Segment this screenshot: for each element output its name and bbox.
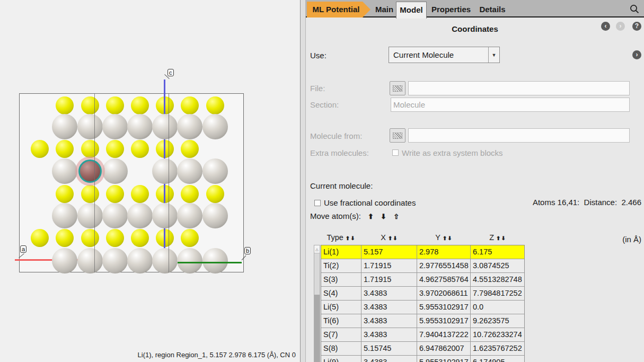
yellow-atom[interactable] [106,140,124,158]
gray-atom[interactable] [177,203,202,228]
table-row[interactable]: Li(9)3.43835.95531029176.174905 [321,356,524,362]
scroll-up-icon[interactable]: △ [314,245,320,253]
scrollbar-thumb[interactable] [314,295,320,362]
sort-arrows-icon[interactable]: ⬆⬇ [443,235,453,241]
sort-arrows-icon[interactable]: ⬆⬇ [496,235,506,241]
move-top-icon[interactable]: ⇧ [393,213,399,220]
table-row[interactable]: S(7)3.43837.940413722210.726233274 [321,328,524,342]
yellow-atom[interactable] [181,229,199,247]
gray-atom[interactable] [52,248,77,273]
tab-properties[interactable]: Properties [428,2,474,17]
move-up-icon[interactable]: ⬆ [368,213,374,220]
tab-model[interactable]: Model [396,2,427,19]
use-dropdown[interactable]: Current Molecule ▼ [389,47,500,63]
table-row[interactable]: Ti(2)1.719152.97765514583.0874525 [321,259,524,273]
cell-z[interactable]: 10.726233274 [471,328,524,342]
table-row[interactable]: S(3)1.719154.96275857644.5513282748 [321,273,524,287]
molecule-from-field[interactable] [408,128,630,143]
gray-atom[interactable] [77,248,103,273]
table-row[interactable]: S(8)5.157456.9478620071.6235767252 [321,342,524,356]
search-icon[interactable] [629,4,640,14]
yellow-atom[interactable] [56,96,74,114]
gray-atom[interactable] [127,203,153,228]
cell-y[interactable]: 5.9553102917 [417,314,471,328]
gray-atom[interactable] [52,203,77,228]
tab-ml-potential[interactable]: ML Potential [307,2,370,17]
cell-y[interactable]: 5.9553102917 [417,301,471,314]
section-field[interactable]: Molecule [391,98,630,112]
cell-z[interactable]: 0.0 [471,301,524,314]
table-scrollbar[interactable]: △ [314,245,320,362]
move-down-icon[interactable]: ⬇ [381,213,386,220]
yellow-atom[interactable] [131,185,149,203]
yellow-atom[interactable] [181,140,199,158]
cell-y[interactable]: 5.9553102917 [417,356,471,362]
yellow-atom[interactable] [81,96,99,114]
gray-atom[interactable] [202,203,228,228]
cell-z[interactable]: 6.175 [471,245,524,259]
yellow-atom[interactable] [131,96,149,114]
table-row[interactable]: S(4)3.43833.97020686117.7984817252 [321,287,524,301]
yellow-atom[interactable] [106,185,124,203]
cell-z[interactable]: 4.5513282748 [471,273,524,287]
yellow-atom[interactable] [56,140,74,158]
cell-type[interactable]: Ti(6) [321,314,361,328]
cell-type[interactable]: S(4) [321,287,361,301]
cell-type[interactable]: S(3) [321,273,361,287]
gray-atom[interactable] [77,114,103,139]
molecule-from-browse-button[interactable] [390,128,405,143]
yellow-atom[interactable] [56,229,74,247]
cell-x[interactable]: 3.4383 [361,314,417,328]
gray-atom[interactable] [177,158,202,184]
gray-atom[interactable] [102,114,128,139]
yellow-atom[interactable] [81,185,99,203]
column-header[interactable]: Z⬆⬇ [471,233,525,242]
yellow-atom[interactable] [31,229,49,247]
cell-x[interactable]: 3.4383 [361,301,417,314]
yellow-atom[interactable] [106,229,124,247]
gray-atom[interactable] [152,203,178,228]
viewport-panel-splitter[interactable] [300,0,306,362]
yellow-atom[interactable] [106,96,124,114]
gray-atom[interactable] [52,158,77,184]
column-header[interactable]: Type⬆⬇ [321,233,361,242]
gray-atom[interactable] [152,158,178,184]
cell-x[interactable]: 3.4383 [361,356,417,362]
column-header[interactable]: Y⬆⬇ [417,233,471,242]
cell-x[interactable]: 1.71915 [361,273,417,287]
cell-type[interactable]: Ti(2) [321,259,361,273]
cell-y[interactable]: 3.9702068611 [417,287,471,301]
cell-z[interactable]: 1.6235767252 [471,342,524,356]
cell-z[interactable]: 6.174905 [471,356,524,362]
yellow-atom[interactable] [206,96,224,114]
cell-type[interactable]: Li(5) [321,301,361,314]
tab-main[interactable]: Main [370,2,398,17]
cell-type[interactable]: Li(1) [321,245,361,259]
gray-atom[interactable] [77,203,103,228]
cell-y[interactable]: 4.9627585764 [417,273,471,287]
gray-atom[interactable] [52,114,77,139]
selected-atom[interactable] [78,160,102,183]
cell-y[interactable]: 2.9776551458 [417,259,471,273]
gray-atom[interactable] [102,248,128,273]
table-row[interactable]: Ti(6)3.43835.95531029179.2623575 [321,314,524,328]
yellow-atom[interactable] [31,140,49,158]
file-browse-button[interactable] [390,81,405,95]
yellow-atom[interactable] [206,185,224,203]
gray-atom[interactable] [202,158,228,184]
gray-atom[interactable] [202,114,228,139]
file-field[interactable] [408,81,630,95]
cell-y[interactable]: 6.947862007 [417,342,471,356]
fractional-coordinates-checkbox[interactable] [314,200,321,206]
gray-atom[interactable] [102,203,128,228]
gray-atom[interactable] [102,158,128,184]
gray-atom[interactable] [202,248,228,273]
yellow-atom[interactable] [131,229,149,247]
yellow-atom[interactable] [181,96,199,114]
gray-atom[interactable] [177,114,202,139]
cell-x[interactable]: 3.4383 [361,328,417,342]
cell-type[interactable]: S(8) [321,342,361,356]
table-row[interactable]: Li(1)5.1572.9786.175 [321,245,524,259]
cell-type[interactable]: S(7) [321,328,361,342]
gray-atom[interactable] [127,114,153,139]
